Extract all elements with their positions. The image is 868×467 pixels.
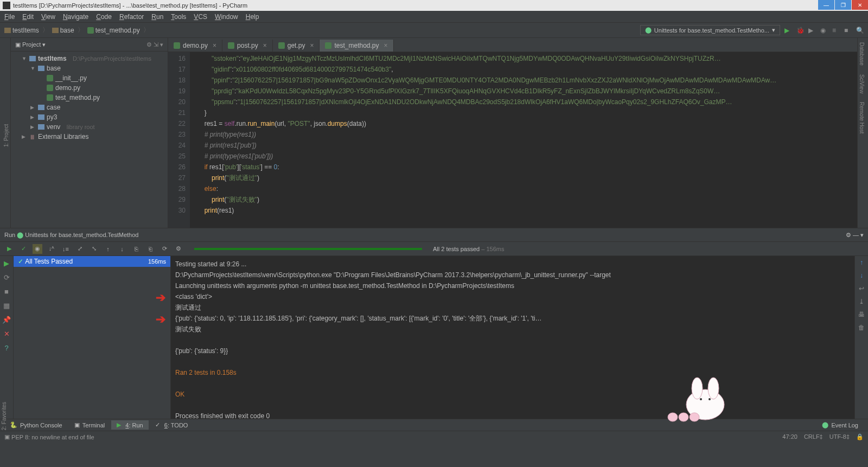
python-file-icon <box>87 27 94 34</box>
editor-tab[interactable]: demo.py× <box>168 40 222 52</box>
terminal-tab[interactable]: ▣Terminal <box>69 420 111 430</box>
help-icon[interactable]: ? <box>2 343 11 352</box>
settings-button[interactable]: ⚙ <box>174 244 183 254</box>
tree-root[interactable]: ▼testItems D:\PycharmProjects\testItems <box>11 54 168 63</box>
line-ending[interactable]: CRLF‡ <box>804 433 823 440</box>
chevron-down-icon[interactable]: ▾ <box>41 41 46 48</box>
run-button[interactable]: ▶ <box>784 27 792 34</box>
code-editor[interactable]: 161718192021222324252627282930 "sstoken"… <box>168 52 857 228</box>
menu-tools[interactable]: Tools <box>171 13 186 21</box>
structure-tool-tab[interactable]: 7: Structure <box>0 43 2 228</box>
tree-file[interactable]: __init__.py <box>11 73 168 83</box>
console-output[interactable]: Testing started at 9:26 ...D:\PycharmPro… <box>171 256 854 419</box>
tree-file[interactable]: test_method.py <box>11 93 168 103</box>
status-message: PEP 8: no newline at end of file <box>11 434 94 440</box>
concurrency-button[interactable]: ≡ <box>832 27 840 34</box>
sort-button[interactable]: ↓ᴬ <box>47 244 56 254</box>
toggle-passed-button[interactable]: ✓ <box>18 244 28 254</box>
expand-button[interactable]: ⤢ <box>75 244 85 254</box>
close-icon[interactable]: ✕ <box>2 329 11 338</box>
run-panel: Run ⬤ Unittests for base.test_method.Tes… <box>0 228 868 419</box>
toggle-ignored-button[interactable]: ◉ <box>33 244 42 254</box>
tree-folder-venv[interactable]: ▶venv library root <box>11 122 168 132</box>
menu-file[interactable]: File <box>4 13 15 21</box>
rerun-button[interactable]: ▶ <box>4 244 14 254</box>
editor-tab[interactable]: post.py× <box>222 40 273 52</box>
sciview-tool-tab[interactable]: SciView <box>858 70 866 98</box>
database-tool-tab[interactable]: Database <box>858 38 866 70</box>
project-tool-tab[interactable]: 1: Project <box>2 43 10 228</box>
test-tree-root[interactable]: ✓ All Tests Passed 156ms <box>14 256 170 267</box>
collapse-button[interactable]: ⤡ <box>89 244 99 254</box>
menu-view[interactable]: View <box>41 13 55 21</box>
run-tab[interactable]: ▶ 4: Run <box>111 420 148 430</box>
close-tab-icon[interactable]: × <box>384 42 388 49</box>
stop-button[interactable]: ■ <box>844 27 852 34</box>
soft-wrap-icon[interactable]: ↩ <box>859 285 864 292</box>
scroll-end-icon[interactable]: ⤓ <box>859 298 864 305</box>
menu-edit[interactable]: Edit <box>22 13 34 21</box>
remote-host-tool-tab[interactable]: Remote Host <box>858 98 866 138</box>
tree-folder-base[interactable]: ▼base <box>11 63 168 73</box>
python-console-tab[interactable]: 🐍Python Console <box>4 420 68 430</box>
test-icon: ⬤ <box>17 232 23 239</box>
close-tab-icon[interactable]: × <box>263 42 267 49</box>
editor-tab[interactable]: test_method.py× <box>320 40 393 52</box>
tree-folder-case[interactable]: ▶case <box>11 103 168 112</box>
editor-tab[interactable]: get.py× <box>273 40 320 52</box>
export-button[interactable]: ⎘ <box>131 244 141 254</box>
tree-external-libraries[interactable]: ▶⫼External Libraries <box>11 132 168 142</box>
run-side-toolbar: ▶ ⟳ ■ ▦ 📌 ✕ ? <box>0 256 14 419</box>
breadcrumb-root[interactable]: testItems <box>4 27 39 34</box>
import-button[interactable]: ⎗ <box>145 244 155 254</box>
menu-window[interactable]: Window <box>215 13 238 21</box>
todo-tab[interactable]: ✓ 6: TODO <box>150 420 194 430</box>
print-icon[interactable]: 🖶 <box>858 311 865 318</box>
lock-icon[interactable]: 🔒 <box>856 433 864 440</box>
code-lines[interactable]: "sstoken":"eyJleHAiOjE1Njg1MzgyNTczMzUsI… <box>190 52 857 228</box>
breadcrumb-folder[interactable]: base <box>52 27 74 34</box>
menu-refactor[interactable]: Refactor <box>119 13 144 21</box>
gear-icon[interactable]: ⚙ — ▾ <box>846 232 864 239</box>
profile-button[interactable]: ◉ <box>820 27 828 34</box>
rerun-icon[interactable]: ▶ <box>2 259 11 267</box>
caret-position[interactable]: 47:20 <box>782 433 797 440</box>
python-file-icon <box>47 94 53 101</box>
tree-folder-py3[interactable]: ▶py3 <box>11 112 168 122</box>
up-icon[interactable]: ↑ <box>860 259 863 266</box>
sort-time-button[interactable]: ↓≡ <box>61 244 71 254</box>
close-tab-icon[interactable]: × <box>213 42 216 49</box>
breadcrumb-file[interactable]: test_method.py <box>87 27 140 34</box>
breadcrumb-sep: 〉 <box>42 25 49 35</box>
folder-icon <box>29 56 36 61</box>
menu-navigate[interactable]: Navigate <box>63 13 88 21</box>
menu-code[interactable]: Code <box>96 13 112 21</box>
gear-icon[interactable]: ⚙ ⇲ ▾ <box>146 41 163 48</box>
next-button[interactable]: ↓ <box>117 244 127 254</box>
close-tab-icon[interactable]: × <box>310 42 314 49</box>
tree-file[interactable]: demo.py <box>11 83 168 93</box>
down-icon[interactable]: ↓ <box>860 272 863 279</box>
project-tree: ▼testItems D:\PycharmProjects\testItems … <box>11 52 168 144</box>
maximize-button[interactable]: ❐ <box>835 0 851 10</box>
debug-button[interactable]: 🐞 <box>796 27 804 34</box>
close-button[interactable]: ✕ <box>852 0 868 10</box>
menu-vcs[interactable]: VCS <box>194 13 207 21</box>
run-config-selector[interactable]: ⬤ Unittests for base.test_method.TestMet… <box>640 25 780 35</box>
search-button[interactable]: 🔍 <box>856 27 864 34</box>
stop-icon[interactable]: ■ <box>2 287 11 296</box>
pin-icon[interactable]: 📌 <box>2 315 11 324</box>
test-icon: ⬤ <box>645 27 652 34</box>
menu-run[interactable]: Run <box>151 13 163 21</box>
event-log-tab[interactable]: ⬤Event Log <box>816 420 864 430</box>
coverage-button[interactable]: ▶ <box>808 27 816 34</box>
prev-button[interactable]: ↑ <box>103 244 113 254</box>
encoding[interactable]: UTF-8‡ <box>829 433 850 440</box>
history-button[interactable]: ⟳ <box>159 244 169 254</box>
favorites-tool-tab[interactable]: 2: Favorites <box>0 398 11 434</box>
toggle-auto-icon[interactable]: ⟳ <box>2 273 11 282</box>
minimize-button[interactable]: — <box>818 0 834 10</box>
menu-help[interactable]: Help <box>246 13 259 21</box>
layout-icon[interactable]: ▦ <box>2 301 11 310</box>
clear-icon[interactable]: 🗑 <box>858 324 865 331</box>
